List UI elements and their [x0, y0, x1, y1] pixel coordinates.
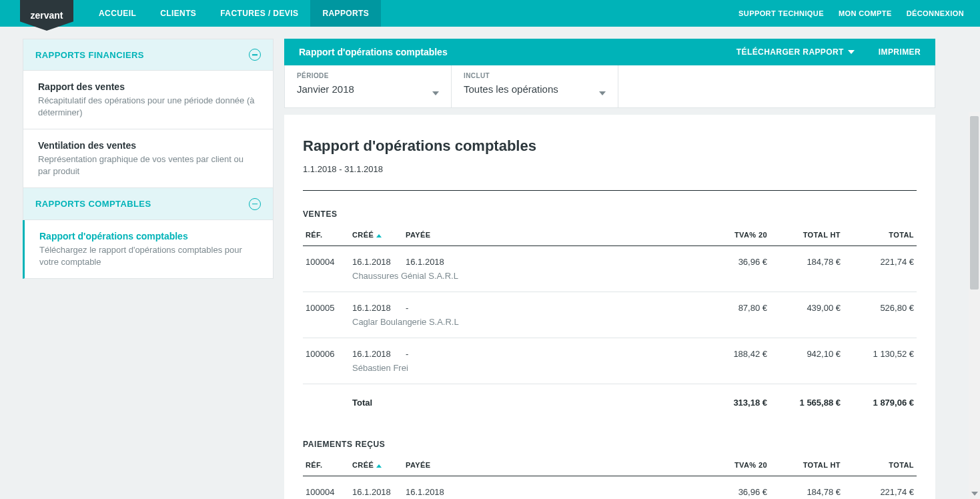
col-paid[interactable]: PAYÉE	[403, 225, 696, 246]
top-right-nav: SUPPORT TECHNIQUE MON COMPTE DÉCONNEXION	[739, 0, 980, 27]
main-panel: Rapport d'opérations comptables TÉLÉCHAR…	[284, 39, 935, 499]
sidebar-item-desc: Téléchargez le rapport d'opérations comp…	[39, 244, 258, 268]
report-date-range: 1.1.2018 - 31.1.2018	[303, 164, 917, 174]
logo[interactable]: zervant	[20, 0, 73, 27]
brand-label: zervant	[20, 0, 73, 31]
link-account[interactable]: MON COMPTE	[839, 9, 892, 17]
main-nav: ACCUEIL CLIENTS FACTURES / DEVIS RAPPORT…	[87, 0, 381, 27]
sidebar-item-title: Rapport des ventes	[38, 81, 258, 92]
link-logout[interactable]: DÉCONNEXION	[907, 9, 964, 17]
caret-down-icon	[848, 50, 855, 54]
sidebar-item-sales-breakdown[interactable]: Ventilation des ventes Représentation gr…	[23, 129, 274, 188]
cell-total: 221,74 €	[843, 246, 917, 272]
col-ref[interactable]: RÉF.	[303, 225, 350, 246]
total-vat: 313,18 €	[696, 384, 770, 422]
nav-clients[interactable]: CLIENTS	[148, 0, 208, 27]
topbar: zervant ACCUEIL CLIENTS FACTURES / DEVIS…	[0, 0, 980, 27]
filters-bar: PÉRIODE Janvier 2018 INCLUT Toutes les o…	[284, 65, 935, 108]
download-label: TÉLÉCHARGER RAPPORT	[737, 47, 844, 57]
col-total[interactable]: TOTAL	[843, 225, 917, 246]
table-row: 100006 16.1.2018 - 188,42 € 942,10 € 1 1…	[303, 338, 917, 364]
collapse-icon[interactable]	[249, 198, 261, 210]
scrollbar[interactable]	[969, 112, 980, 499]
cell-vat: 36,96 €	[696, 246, 770, 272]
col-ht[interactable]: TOTAL HT	[770, 456, 843, 476]
sidebar-item-sales-report[interactable]: Rapport des ventes Récapitulatif des opé…	[23, 71, 274, 129]
cell-vat: 188,42 €	[696, 338, 770, 364]
cell-client: Caglar Boulangerie S.A.R.L	[350, 317, 917, 338]
cell-client: Sébastien Frei	[350, 363, 917, 384]
section-financial-reports[interactable]: RAPPORTS FINANCIERS	[23, 39, 274, 71]
col-vat[interactable]: TVA% 20	[696, 225, 770, 246]
col-ref[interactable]: RÉF.	[303, 456, 350, 476]
sort-asc-icon	[376, 234, 382, 237]
cell-created: 16.1.2018	[350, 476, 403, 500]
col-created[interactable]: CRÉÉ	[350, 456, 403, 476]
cell-ht: 184,78 €	[770, 476, 843, 500]
nav-rapports[interactable]: RAPPORTS	[310, 0, 381, 27]
cell-paid: -	[403, 292, 696, 318]
filter-include-label: INCLUT	[464, 72, 606, 79]
sidebar-item-desc: Récapitulatif des opérations pour une pé…	[38, 95, 258, 118]
filter-period[interactable]: PÉRIODE Janvier 2018	[285, 65, 452, 107]
sidebar-item-accounting-report[interactable]: Rapport d'opérations comptables Téléchar…	[23, 220, 274, 279]
cell-created: 16.1.2018	[350, 338, 403, 364]
cell-ht: 184,78 €	[770, 246, 843, 272]
section-accounting-title: RAPPORTS COMPTABLES	[35, 199, 151, 209]
total-total: 1 879,06 €	[843, 384, 917, 422]
table-row-client: Caglar Boulangerie S.A.R.L	[303, 317, 917, 338]
table-header-row: RÉF. CRÉÉ PAYÉE TVA% 20 TOTAL HT TOTAL	[303, 225, 917, 246]
cell-ht: 439,00 €	[770, 292, 843, 318]
cell-ref: 100004	[303, 246, 350, 272]
col-total[interactable]: TOTAL	[843, 456, 917, 476]
filter-period-label: PÉRIODE	[297, 72, 439, 79]
total-label: Total	[350, 384, 696, 422]
filter-include[interactable]: INCLUT Toutes les opérations	[452, 65, 618, 107]
cell-vat: 36,96 €	[696, 476, 770, 500]
sidebar-item-title: Rapport d'opérations comptables	[39, 231, 258, 241]
table-row: 100004 16.1.2018 16.1.2018 36,96 € 184,7…	[303, 246, 917, 272]
report-scroll[interactable]: Rapport d'opérations comptables 1.1.2018…	[284, 108, 935, 499]
section-financial-title: RAPPORTS FINANCIERS	[35, 50, 144, 60]
col-created[interactable]: CRÉÉ	[350, 225, 403, 246]
report: Rapport d'opérations comptables 1.1.2018…	[284, 115, 935, 499]
table-row-client: Sébastien Frei	[303, 363, 917, 384]
filter-include-value: Toutes les opérations	[464, 83, 606, 95]
section-accounting-reports[interactable]: RAPPORTS COMPTABLES	[23, 188, 274, 220]
cell-ref: 100005	[303, 292, 350, 318]
report-title: Rapport d'opérations comptables	[303, 137, 917, 155]
cell-paid: 16.1.2018	[403, 476, 696, 500]
sidebar-item-title: Ventilation des ventes	[38, 140, 258, 151]
sidebar: RAPPORTS FINANCIERS Rapport des ventes R…	[0, 27, 284, 279]
print-button[interactable]: IMPRIMER	[879, 47, 921, 57]
link-support[interactable]: SUPPORT TECHNIQUE	[739, 9, 824, 17]
total-ht: 1 565,88 €	[770, 384, 843, 422]
nav-factures-devis[interactable]: FACTURES / DEVIS	[208, 0, 310, 27]
col-ht[interactable]: TOTAL HT	[770, 225, 843, 246]
cell-created: 16.1.2018	[350, 292, 403, 318]
col-paid[interactable]: PAYÉE	[403, 456, 696, 476]
sort-asc-icon	[376, 464, 382, 468]
nav-accueil[interactable]: ACCUEIL	[87, 0, 148, 27]
main-title: Rapport d'opérations comptables	[299, 47, 448, 57]
table-ventes: RÉF. CRÉÉ PAYÉE TVA% 20 TOTAL HT TOTAL 1…	[303, 225, 917, 421]
download-report-button[interactable]: TÉLÉCHARGER RAPPORT	[737, 47, 855, 57]
cell-ref: 100004	[303, 476, 350, 500]
group-paiements-title: PAIEMENTS REÇUS	[303, 440, 917, 449]
divider	[303, 190, 917, 191]
table-paiements: RÉF. CRÉÉ PAYÉE TVA% 20 TOTAL HT TOTAL 1…	[303, 456, 917, 499]
sidebar-item-desc: Représentation graphique de vos ventes p…	[38, 153, 258, 177]
cell-ref: 100006	[303, 338, 350, 364]
table-row: 100004 16.1.2018 16.1.2018 36,96 € 184,7…	[303, 476, 917, 500]
cell-ht: 942,10 €	[770, 338, 843, 364]
scroll-down-icon[interactable]	[970, 488, 979, 499]
table-total-row: Total 313,18 € 1 565,88 € 1 879,06 €	[303, 384, 917, 422]
collapse-icon[interactable]	[249, 49, 261, 61]
scroll-thumb[interactable]	[970, 116, 979, 290]
caret-down-icon	[599, 91, 606, 95]
cell-client: Chaussures Génial S.A.R.L	[350, 271, 917, 292]
col-vat[interactable]: TVA% 20	[696, 456, 770, 476]
cell-paid: -	[403, 338, 696, 364]
cell-created: 16.1.2018	[350, 246, 403, 272]
cell-total: 221,74 €	[843, 476, 917, 500]
